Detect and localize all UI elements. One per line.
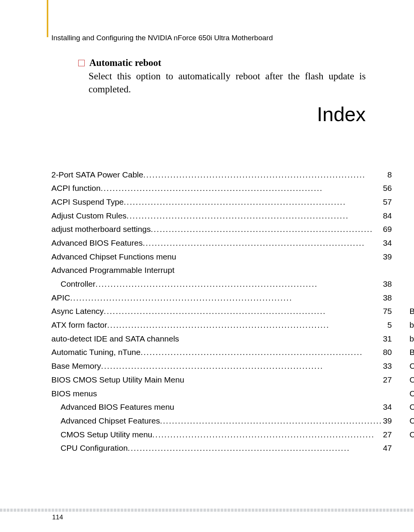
index-term: auto-detect IDE and SATA channels [51,332,179,346]
index-entry: BIOS menus [51,387,392,401]
index-term: Async Latency [51,304,104,318]
index-entry: block mode, IDE HDD55 [409,318,414,332]
index-page: 39 [382,250,392,264]
index-term: Advanced Chipset Functions menu [51,250,176,264]
leader-dots [174,400,382,414]
index-page: 5 [387,318,392,332]
index-entry: Chassis Backpanel Connectors10 [409,387,414,401]
page-content: Automatic reboot Select this option to a… [51,57,366,455]
leader-dots [152,428,382,442]
index-entry: Advanced Chipset Functions menu39 [51,250,392,264]
index-page: 56 [382,181,392,195]
index-entry: Async Latency75 [51,304,392,318]
index-entry: Automatic Tuning, nTune80 [51,345,392,359]
index-term: boot device priority [409,332,414,346]
index-term: Adjust Custom Rules [51,209,127,223]
index-page: 31 [382,332,392,346]
leader-dots [174,263,392,277]
leader-dots [104,304,382,318]
index-term: Chassis Backpanel Connectors [409,387,414,401]
index-page: 34 [382,400,392,414]
index-term: C1E Enhanced Halt State [409,359,414,373]
bullet-title: Automatic reboot [89,57,161,68]
index-term: Controller [61,277,95,291]
index-entry: Main Menu26 [409,195,414,209]
leader-dots [176,250,382,264]
index-term: CMOS Setup Utility menu [61,428,152,442]
index-entry: BIOS, configuring25 [409,304,414,318]
footer-rule [0,509,414,512]
index-term: CPU Configuration [61,441,128,455]
leader-dots [127,209,382,223]
leader-dots [70,291,382,305]
index-page: 8 [387,168,392,182]
index-page: 27 [382,373,392,387]
index-page: 57 [382,195,392,209]
index-entry: System Clocks40 [409,263,414,277]
running-header: Installing and Configuring the NVIDIA nF… [51,34,273,42]
bullet-line: Automatic reboot [78,57,366,68]
index-page: 38 [382,277,392,291]
leader-dots [124,195,382,209]
index-page: 75 [382,304,392,318]
index-term: ACPI Suspend Type [51,195,124,209]
index-term: CHS [409,400,414,414]
index-entry: CMOS Setup Utility menu27 [51,428,392,442]
index-term: ACPI function [51,181,100,195]
index-term: block mode, IDE HDD [409,318,414,332]
index-term: CMOS RAM jumper [409,428,414,442]
index-term: Advanced Chipset Features [61,414,160,428]
index-term: BIOS menus [51,387,97,401]
index-page: 34 [382,236,392,250]
index-columns: 2-Port SATA Power Cable8ACPI function56A… [51,168,366,455]
index-entry: BIOS CMOS Setup Utility Main Menu27 [51,373,392,387]
leader-dots [101,359,382,373]
leader-dots [151,222,382,236]
index-entry: C1E Enhanced Halt State48 [409,359,414,373]
index-heading: Index [51,103,366,126]
leader-dots [143,168,387,182]
leader-dots [100,181,382,195]
index-term: Advanced Programmable Interrupt [51,263,174,277]
index-entry: System Monitor menu62 [409,277,414,291]
index-term: ATX form factor [51,318,107,332]
index-entry: Power Management Setup56 [409,236,414,250]
index-entry: Base Memory33 [51,359,392,373]
index-page: 84 [382,209,392,223]
index-entry: Adjust Custom Rules84 [51,209,392,223]
index-term: Advanced BIOS Features [51,236,143,250]
index-entry: Standard CMOS Features29 [409,250,414,264]
leader-dots [95,277,382,291]
index-entry: System Voltages48 [409,291,414,305]
header-accent-bar [47,0,48,37]
index-entry: CMOS RAM jumper24 [409,428,414,442]
index-page: 80 [382,345,392,359]
leader-dots [107,318,386,332]
index-entry: Advanced BIOS Features34 [51,236,392,250]
index-term: Advanced BIOS Features menu [61,400,174,414]
index-term: APIC [51,291,70,305]
leader-dots [160,414,382,428]
index-page: 39 [382,414,392,428]
index-entry: Clock Drive Strength75 [409,414,414,428]
index-entry: 2-Port SATA Power Cable8 [51,168,392,182]
index-term: Base Memory [51,359,101,373]
bullet-section: Automatic reboot Select this option to a… [51,57,366,96]
index-entry: Integrated Peripherals52 [409,181,414,195]
index-right-column: FSB & Memory Config43Integrated Peripher… [409,168,414,455]
index-entry: ACPI Suspend Type57 [51,195,392,209]
index-entry: adjust motherboard settings69 [51,222,392,236]
index-entry: CAS Latency74 [409,373,414,387]
index-entry: auto-detect IDE and SATA channels31 [51,332,392,346]
index-left-column: 2-Port SATA Power Cable8ACPI function56A… [51,168,392,455]
index-entry: ACPI function56 [51,181,392,195]
index-term: Boot-up settings [409,345,414,359]
index-entry: PnP/PCI Configuration59 [409,222,414,236]
index-page: 47 [382,441,392,455]
index-entry: boot device priority37 [409,332,414,346]
leader-dots [143,236,382,250]
leader-dots [184,373,382,387]
index-term: adjust motherboard settings [51,222,151,236]
bullet-body: Select this option to automatically rebo… [89,70,366,96]
index-entry: Advanced Chipset Features39 [51,414,392,428]
